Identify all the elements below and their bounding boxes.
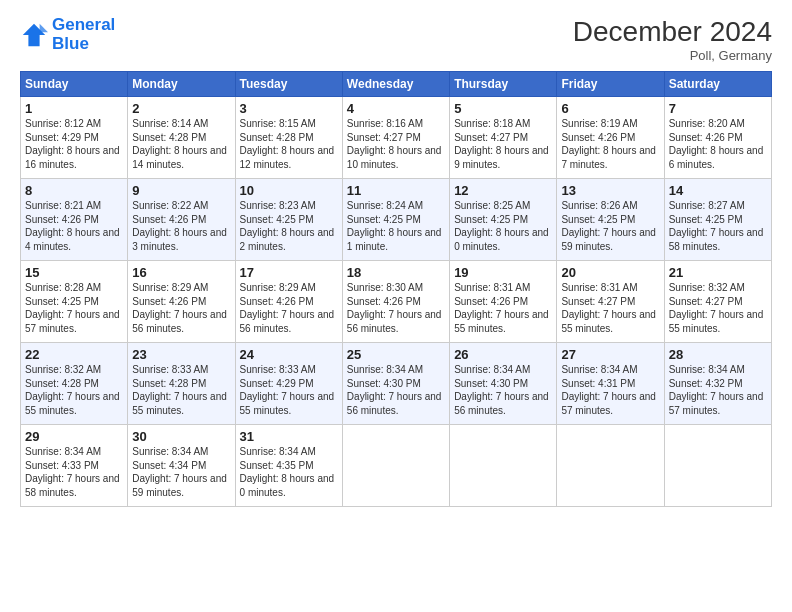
day-cell: 22 Sunrise: 8:32 AMSunset: 4:28 PMDaylig… [21,343,128,425]
day-info: Sunrise: 8:32 AMSunset: 4:27 PMDaylight:… [669,281,767,335]
day-cell: 28 Sunrise: 8:34 AMSunset: 4:32 PMDaylig… [664,343,771,425]
day-number: 31 [240,429,338,444]
day-cell: 24 Sunrise: 8:33 AMSunset: 4:29 PMDaylig… [235,343,342,425]
day-info: Sunrise: 8:16 AMSunset: 4:27 PMDaylight:… [347,117,445,171]
header-monday: Monday [128,72,235,97]
day-cell: 15 Sunrise: 8:28 AMSunset: 4:25 PMDaylig… [21,261,128,343]
day-cell: 1 Sunrise: 8:12 AMSunset: 4:29 PMDayligh… [21,97,128,179]
day-info: Sunrise: 8:14 AMSunset: 4:28 PMDaylight:… [132,117,230,171]
month-title: December 2024 [573,16,772,48]
day-info: Sunrise: 8:21 AMSunset: 4:26 PMDaylight:… [25,199,123,253]
day-number: 11 [347,183,445,198]
header-sunday: Sunday [21,72,128,97]
day-number: 15 [25,265,123,280]
day-number: 7 [669,101,767,116]
week-row-4: 22 Sunrise: 8:32 AMSunset: 4:28 PMDaylig… [21,343,772,425]
day-cell: 19 Sunrise: 8:31 AMSunset: 4:26 PMDaylig… [450,261,557,343]
day-cell: 16 Sunrise: 8:29 AMSunset: 4:26 PMDaylig… [128,261,235,343]
day-cell: 29 Sunrise: 8:34 AMSunset: 4:33 PMDaylig… [21,425,128,507]
day-cell: 5 Sunrise: 8:18 AMSunset: 4:27 PMDayligh… [450,97,557,179]
day-number: 27 [561,347,659,362]
day-number: 2 [132,101,230,116]
day-number: 1 [25,101,123,116]
location: Poll, Germany [573,48,772,63]
day-cell: 26 Sunrise: 8:34 AMSunset: 4:30 PMDaylig… [450,343,557,425]
day-cell: 18 Sunrise: 8:30 AMSunset: 4:26 PMDaylig… [342,261,449,343]
day-number: 12 [454,183,552,198]
day-info: Sunrise: 8:29 AMSunset: 4:26 PMDaylight:… [240,281,338,335]
day-cell: 11 Sunrise: 8:24 AMSunset: 4:25 PMDaylig… [342,179,449,261]
day-info: Sunrise: 8:34 AMSunset: 4:35 PMDaylight:… [240,445,338,499]
day-number: 22 [25,347,123,362]
logo-text: General Blue [52,16,115,53]
day-cell: 27 Sunrise: 8:34 AMSunset: 4:31 PMDaylig… [557,343,664,425]
title-area: December 2024 Poll, Germany [573,16,772,63]
header-tuesday: Tuesday [235,72,342,97]
day-cell: 2 Sunrise: 8:14 AMSunset: 4:28 PMDayligh… [128,97,235,179]
day-cell: 3 Sunrise: 8:15 AMSunset: 4:28 PMDayligh… [235,97,342,179]
day-info: Sunrise: 8:31 AMSunset: 4:26 PMDaylight:… [454,281,552,335]
day-info: Sunrise: 8:24 AMSunset: 4:25 PMDaylight:… [347,199,445,253]
day-info: Sunrise: 8:33 AMSunset: 4:29 PMDaylight:… [240,363,338,417]
day-cell: 12 Sunrise: 8:25 AMSunset: 4:25 PMDaylig… [450,179,557,261]
day-number: 3 [240,101,338,116]
day-info: Sunrise: 8:18 AMSunset: 4:27 PMDaylight:… [454,117,552,171]
day-number: 9 [132,183,230,198]
day-cell [450,425,557,507]
svg-marker-1 [40,23,48,31]
day-number: 10 [240,183,338,198]
day-cell: 14 Sunrise: 8:27 AMSunset: 4:25 PMDaylig… [664,179,771,261]
day-number: 18 [347,265,445,280]
week-row-3: 15 Sunrise: 8:28 AMSunset: 4:25 PMDaylig… [21,261,772,343]
logo-icon [20,21,48,49]
day-cell: 30 Sunrise: 8:34 AMSunset: 4:34 PMDaylig… [128,425,235,507]
day-cell: 20 Sunrise: 8:31 AMSunset: 4:27 PMDaylig… [557,261,664,343]
day-cell [664,425,771,507]
day-number: 8 [25,183,123,198]
day-cell: 23 Sunrise: 8:33 AMSunset: 4:28 PMDaylig… [128,343,235,425]
day-info: Sunrise: 8:31 AMSunset: 4:27 PMDaylight:… [561,281,659,335]
day-cell [557,425,664,507]
header: General Blue December 2024 Poll, Germany [20,16,772,63]
day-cell: 8 Sunrise: 8:21 AMSunset: 4:26 PMDayligh… [21,179,128,261]
day-info: Sunrise: 8:34 AMSunset: 4:31 PMDaylight:… [561,363,659,417]
day-info: Sunrise: 8:32 AMSunset: 4:28 PMDaylight:… [25,363,123,417]
header-thursday: Thursday [450,72,557,97]
day-number: 5 [454,101,552,116]
day-info: Sunrise: 8:25 AMSunset: 4:25 PMDaylight:… [454,199,552,253]
day-info: Sunrise: 8:34 AMSunset: 4:33 PMDaylight:… [25,445,123,499]
day-number: 28 [669,347,767,362]
day-number: 13 [561,183,659,198]
day-number: 14 [669,183,767,198]
header-wednesday: Wednesday [342,72,449,97]
day-info: Sunrise: 8:19 AMSunset: 4:26 PMDaylight:… [561,117,659,171]
day-number: 6 [561,101,659,116]
day-number: 20 [561,265,659,280]
day-cell: 25 Sunrise: 8:34 AMSunset: 4:30 PMDaylig… [342,343,449,425]
day-number: 4 [347,101,445,116]
day-info: Sunrise: 8:26 AMSunset: 4:25 PMDaylight:… [561,199,659,253]
day-info: Sunrise: 8:34 AMSunset: 4:34 PMDaylight:… [132,445,230,499]
calendar-header-row: SundayMondayTuesdayWednesdayThursdayFrid… [21,72,772,97]
day-info: Sunrise: 8:34 AMSunset: 4:30 PMDaylight:… [347,363,445,417]
day-cell: 21 Sunrise: 8:32 AMSunset: 4:27 PMDaylig… [664,261,771,343]
day-info: Sunrise: 8:33 AMSunset: 4:28 PMDaylight:… [132,363,230,417]
day-info: Sunrise: 8:29 AMSunset: 4:26 PMDaylight:… [132,281,230,335]
day-cell: 13 Sunrise: 8:26 AMSunset: 4:25 PMDaylig… [557,179,664,261]
day-cell: 9 Sunrise: 8:22 AMSunset: 4:26 PMDayligh… [128,179,235,261]
day-info: Sunrise: 8:23 AMSunset: 4:25 PMDaylight:… [240,199,338,253]
week-row-5: 29 Sunrise: 8:34 AMSunset: 4:33 PMDaylig… [21,425,772,507]
day-info: Sunrise: 8:20 AMSunset: 4:26 PMDaylight:… [669,117,767,171]
calendar-table: SundayMondayTuesdayWednesdayThursdayFrid… [20,71,772,507]
day-number: 26 [454,347,552,362]
day-info: Sunrise: 8:15 AMSunset: 4:28 PMDaylight:… [240,117,338,171]
day-cell: 7 Sunrise: 8:20 AMSunset: 4:26 PMDayligh… [664,97,771,179]
day-number: 29 [25,429,123,444]
day-cell: 4 Sunrise: 8:16 AMSunset: 4:27 PMDayligh… [342,97,449,179]
logo: General Blue [20,16,115,53]
day-number: 30 [132,429,230,444]
day-number: 23 [132,347,230,362]
day-cell: 31 Sunrise: 8:34 AMSunset: 4:35 PMDaylig… [235,425,342,507]
day-number: 19 [454,265,552,280]
day-cell [342,425,449,507]
